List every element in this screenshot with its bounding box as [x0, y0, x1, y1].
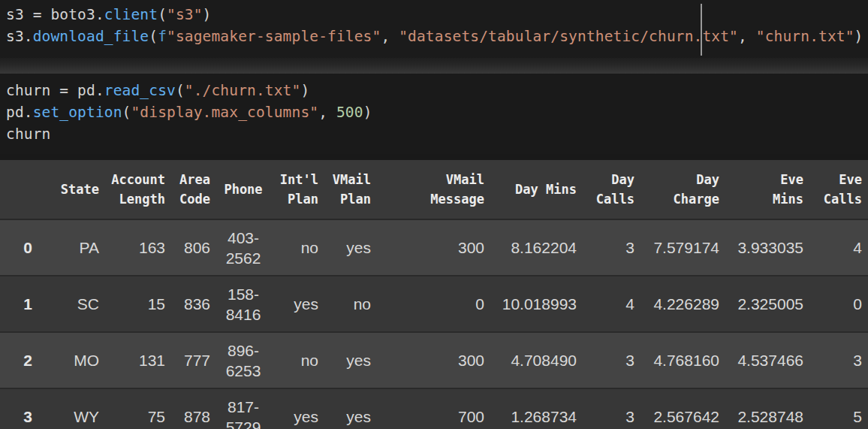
code-token-function: client	[104, 6, 158, 23]
code-token-plain: churn = pd.	[6, 82, 104, 99]
table-cell: 836	[171, 276, 216, 332]
table-cell: no	[270, 332, 324, 388]
row-index: 1	[0, 276, 41, 332]
table-cell: 3	[583, 332, 640, 388]
column-header: State	[41, 160, 105, 219]
column-header: Area Code	[171, 160, 216, 219]
code-token-plain: s3.	[6, 28, 33, 45]
table-cell: 0	[377, 276, 490, 332]
dataframe-table: StateAccount LengthArea CodePhoneInt'l P…	[0, 160, 868, 429]
code-token-plain: churn	[6, 125, 50, 143]
column-header: Int'l Plan	[270, 160, 324, 219]
table-cell: 4.537466	[725, 332, 809, 388]
code-token-string: "churn.txt"	[756, 28, 854, 45]
table-cell: 896-6253	[216, 332, 270, 388]
code-token-plain: ,	[381, 28, 399, 45]
table-cell: 158-8416	[216, 276, 270, 332]
table-cell: 1.268734	[490, 388, 583, 429]
table-cell: 10.018993	[490, 276, 583, 332]
code-token-plain: ,	[318, 104, 336, 121]
dataframe-output: StateAccount LengthArea CodePhoneInt'l P…	[0, 160, 868, 429]
row-index: 0	[0, 219, 41, 276]
table-cell: yes	[324, 219, 377, 276]
table-cell: 300	[377, 219, 490, 276]
code-token-plain: (	[158, 6, 167, 23]
table-header-row: StateAccount LengthArea CodePhoneInt'l P…	[0, 160, 868, 219]
code-token-plain: s3 = boto3.	[6, 6, 104, 23]
text-cursor	[701, 4, 702, 56]
table-row: 0PA163806403-2562noyes3008.16220437.5791…	[0, 219, 868, 276]
table-cell: 5	[809, 388, 868, 429]
table-cell: 878	[171, 388, 216, 429]
code-token-function: read_csv	[104, 82, 176, 99]
code-token-number: 500	[336, 104, 363, 121]
table-cell: 3	[583, 388, 640, 429]
table-cell: 0	[809, 276, 868, 332]
code-token-string: "./churn.txt"	[185, 82, 301, 99]
table-cell: MO	[41, 332, 105, 388]
table-cell: 75	[105, 388, 171, 429]
table-cell: SC	[41, 276, 105, 332]
code-cell-1[interactable]: s3 = boto3.client("s3")s3.download_file(…	[0, 0, 868, 58]
table-cell: yes	[270, 276, 324, 332]
code-line: churn = pd.read_csv("./churn.txt")	[6, 80, 868, 101]
code-token-plain: (	[149, 28, 158, 45]
column-header: VMail Plan	[324, 160, 377, 219]
column-header: Day Charge	[640, 160, 725, 219]
column-header	[0, 160, 41, 219]
table-row: 1SC15836158-8416yesno010.01899344.226289…	[0, 276, 868, 332]
code-line: churn	[6, 123, 868, 145]
table-cell: 4.768160	[640, 332, 725, 388]
jupyter-notebook-view: s3 = boto3.client("s3")s3.download_file(…	[0, 0, 868, 429]
column-header: Day Calls	[583, 160, 640, 219]
code-line: s3.download_file(f"sagemaker-sample-file…	[6, 26, 868, 47]
table-cell: 4.708490	[490, 332, 583, 388]
column-header: Account Length	[105, 160, 171, 219]
code-token-plain: )	[300, 82, 309, 99]
code-editor-2: churn = pd.read_csv("./churn.txt")pd.set…	[0, 74, 868, 145]
column-header: VMail Message	[377, 160, 490, 219]
code-token-plain: )	[203, 6, 212, 23]
table-cell: 4	[583, 276, 640, 332]
code-editor-1: s3 = boto3.client("s3")s3.download_file(…	[0, 0, 868, 47]
code-token-plain: )	[363, 104, 372, 121]
table-cell: 4	[809, 219, 868, 276]
table-cell: 8.162204	[490, 219, 583, 276]
code-token-string: "sagemaker-sample-files"	[167, 28, 381, 45]
column-header: Eve Calls	[809, 160, 868, 219]
cell-separator	[0, 58, 868, 75]
column-header: Phone	[216, 160, 270, 219]
code-token-plain: )	[854, 28, 863, 45]
table-cell: 3.933035	[725, 219, 809, 276]
table-cell: WY	[41, 388, 105, 429]
code-token-function: download_file	[33, 28, 149, 45]
table-cell: 163	[105, 219, 171, 276]
code-cell-2[interactable]: churn = pd.read_csv("./churn.txt")pd.set…	[0, 74, 868, 154]
table-cell: 15	[105, 276, 171, 332]
table-cell: yes	[270, 388, 324, 429]
table-cell: no	[270, 219, 324, 276]
row-index: 2	[0, 332, 41, 388]
code-line: s3 = boto3.client("s3")	[6, 4, 868, 26]
table-cell: PA	[41, 219, 105, 276]
code-line: pd.set_option("display.max_columns", 500…	[6, 101, 868, 123]
table-cell: 777	[171, 332, 216, 388]
table-cell: 806	[171, 219, 216, 276]
code-token-string: "s3"	[167, 6, 203, 23]
table-cell: 2.528748	[725, 388, 809, 429]
row-index: 3	[0, 388, 41, 429]
table-cell: 817-5729	[216, 388, 270, 429]
table-row: 3WY75878817-5729yesyes7001.26873432.5676…	[0, 388, 868, 429]
code-token-string: "display.max_columns"	[131, 104, 318, 121]
table-cell: no	[324, 276, 377, 332]
column-header: Day Mins	[490, 160, 583, 219]
code-token-string: "datasets/tabular/synthetic/churn.txt"	[399, 28, 738, 45]
table-cell: 300	[377, 332, 490, 388]
code-token-plain: (	[176, 82, 185, 99]
code-token-fstring_prefix: f	[158, 28, 167, 45]
code-token-function: set_option	[33, 104, 122, 121]
table-cell: 700	[377, 388, 490, 429]
code-token-plain: ,	[738, 28, 756, 45]
table-cell: 4.226289	[640, 276, 725, 332]
table-cell: yes	[324, 388, 377, 429]
